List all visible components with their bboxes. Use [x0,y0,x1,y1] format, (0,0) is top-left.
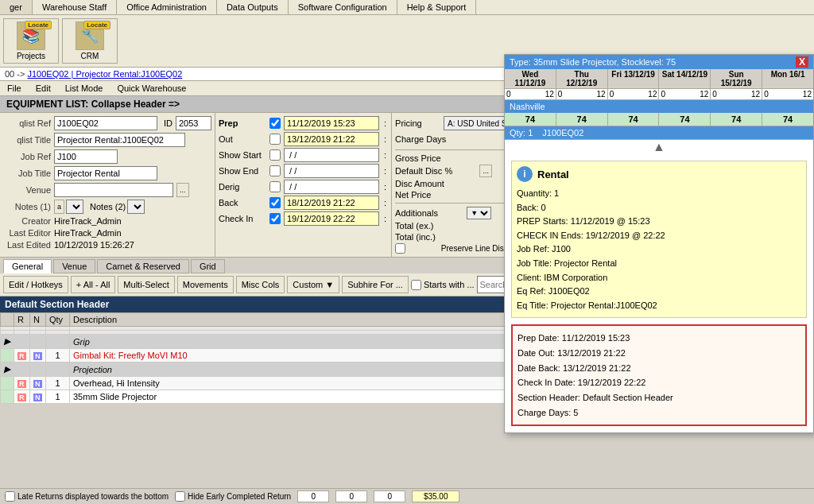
breadcrumb-link[interactable]: J100EQ02 | Projector Rental:J100EQ02 [27,69,182,79]
row-n: N [30,349,46,362]
show-end-checkbox[interactable] [269,165,281,176]
creator-value: HireTrack_Admin [54,216,122,226]
job-ref-input[interactable] [54,149,118,164]
booking-ref: J100EQ02 [542,128,583,138]
add-all-button[interactable]: + All - All [71,276,116,293]
row-qty: 1 [46,390,70,404]
check-in-checkbox[interactable] [269,213,281,224]
check-in-datetime[interactable] [284,211,379,226]
tab-venue[interactable]: Venue [53,259,95,273]
bottom-bar: Late Returns displayed towards the botto… [0,488,814,504]
multi-select-button[interactable]: Multi-Select [118,276,174,293]
subhire-for-button[interactable]: Subhire For ... [342,276,409,293]
nav-item-warehouse[interactable]: Warehouse Staff [33,0,117,14]
calendar-numbers: 012 012 012 012 012 012 [505,89,813,100]
nav-item-ger[interactable]: ger [0,0,33,14]
tab-general[interactable]: General [3,259,52,273]
late-returns-checkbox[interactable] [5,491,15,502]
row-n [30,335,46,349]
r-button[interactable]: R [17,380,26,388]
menu-edit[interactable]: Edit [33,83,53,94]
notes1-btn[interactable]: a [54,200,64,214]
menu-quick-warehouse[interactable]: Quick Warehouse [114,83,188,94]
rental-back-value: 0 [541,203,546,212]
n-button[interactable]: N [33,352,42,360]
prep-date-label: Prep Date: [517,333,560,343]
back-checkbox[interactable] [269,197,281,208]
movements-button[interactable]: Movements [177,276,234,293]
id-input[interactable] [176,116,211,130]
qlist-ref-input[interactable] [54,116,157,130]
creator-label: Creator [3,216,51,226]
cal-num-col-2: 012 [608,89,660,99]
rental-title: Rental [537,169,569,180]
tab-carnet[interactable]: Carnet & Reserved [97,259,189,273]
cal-val-0: 74 [505,113,556,126]
derig-datetime[interactable] [284,180,379,194]
starts-with-checkbox[interactable] [411,280,421,290]
row-r [14,362,30,377]
projects-label: Projects [17,52,45,60]
popup-overlay: Type: 35mm Slide Projector, Stocklevel: … [504,54,814,433]
out-datetime[interactable] [284,132,379,146]
popup-close-button[interactable]: X [796,56,808,68]
job-title-input[interactable] [54,166,157,180]
preserve-checkbox[interactable] [395,243,405,254]
tab-grid[interactable]: Grid [191,259,225,273]
show-end-datetime[interactable] [284,164,379,178]
crm-button[interactable]: Locate 🔧 CRM [62,18,118,64]
last-editor-value: HireTrack_Admin [54,228,122,238]
notes1-label: Notes (1) [3,202,51,211]
dates-charge-days-value: 5 [573,408,578,417]
dates-box: Prep Date: 11/12/2019 15:23 Date Out: 13… [511,324,807,426]
edit-hotkeys-button[interactable]: Edit / Hotkeys [3,276,68,293]
cal-num-col-5: 012 [762,89,813,99]
cal-val-1: 74 [556,113,608,126]
bottom-value-1: 0 [297,490,329,502]
prep-datetime[interactable] [284,116,379,130]
bottom-value-3: 0 [374,490,405,502]
popup-title: Type: 35mm Slide Projector, Stocklevel: … [510,57,676,67]
show-start-checkbox[interactable] [269,149,281,161]
cal-val-5: 74 [762,113,813,126]
prep-date-value: 11/12/2019 15:23 [562,333,630,343]
show-end-label: Show End [219,166,266,176]
show-start-datetime[interactable] [284,148,379,162]
additionals-select[interactable]: ▼ [467,207,491,219]
custom-button[interactable]: Custom ▼ [287,276,339,293]
row-qty [46,335,70,349]
row-qty: 1 [46,377,70,390]
hide-early-checkbox[interactable] [175,491,185,502]
cal-num-col-4: 012 [711,89,762,99]
nav-item-data[interactable]: Data Outputs [217,0,289,14]
job-ref-label: Job Ref [3,152,51,161]
disc-btn[interactable]: ... [479,165,492,177]
menu-file[interactable]: File [5,83,24,94]
qlist-title-input[interactable] [54,133,185,147]
venue-input[interactable] [54,183,173,197]
notes2-select[interactable] [127,200,145,214]
row-n: N [30,390,46,404]
notes1-select[interactable] [66,200,83,214]
check-in-label: Check In [219,214,266,223]
venue-search-btn[interactable]: ... [176,183,189,197]
calendar-location: Nashville [505,100,813,113]
date-back-label: Date Back: [517,363,560,373]
menu-list-mode[interactable]: List Mode [63,83,106,94]
n-button[interactable]: N [33,380,42,388]
back-datetime[interactable] [284,196,379,210]
cal-num-col-0: 012 [505,89,556,99]
misc-cols-button[interactable]: Misc Cols [236,276,285,293]
r-button[interactable]: R [17,352,26,360]
nav-item-help[interactable]: Help & Support [397,0,477,14]
section-header-value: Default Section Header [583,393,673,402]
r-button[interactable]: R [17,394,26,401]
n-button[interactable]: N [33,394,42,401]
projects-button[interactable]: Locate 📚 Projects [3,18,59,64]
hide-early-checkbox-row: Hide Early Completed Return [175,491,291,502]
out-checkbox[interactable] [269,134,281,145]
derig-checkbox[interactable] [269,181,281,192]
prep-checkbox[interactable] [269,118,281,129]
nav-item-office[interactable]: Office Administration [117,0,217,14]
nav-item-software[interactable]: Software Configuration [289,0,397,14]
